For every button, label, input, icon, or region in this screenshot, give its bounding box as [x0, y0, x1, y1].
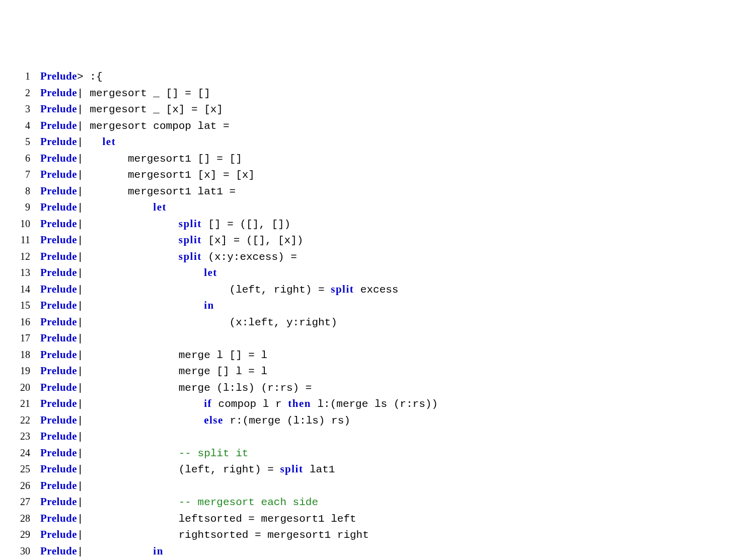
- line-number: 14: [10, 282, 30, 297]
- code-content: Prelude| if compop l r then l:(merge ls …: [40, 396, 438, 412]
- code-segment-plain: |: [77, 480, 84, 492]
- code-line: 30Prelude| in: [10, 543, 730, 560]
- code-segment-plain: | mergesort compop lat =: [77, 120, 229, 132]
- line-number: 1: [10, 68, 30, 84]
- code-segment-plain: lat1: [303, 464, 335, 475]
- line-number: 21: [10, 396, 30, 411]
- code-segment-prelude: Prelude: [40, 168, 77, 180]
- code-content: Prelude| leftsorted = mergesort1 left: [40, 511, 356, 527]
- code-segment-prelude: Prelude: [40, 135, 77, 148]
- code-segment-keyword: let: [204, 266, 217, 278]
- code-line: 5Prelude| let: [10, 134, 730, 151]
- line-number: 17: [10, 330, 30, 345]
- code-segment-prelude: Prelude: [40, 463, 77, 475]
- code-line: 28Prelude| leftsorted = mergesort1 left: [10, 511, 730, 527]
- line-number: 23: [10, 429, 30, 444]
- code-segment-plain: > :{: [77, 71, 102, 83]
- code-segment-keyword: let: [103, 135, 116, 148]
- code-segment-prelude: Prelude: [40, 316, 77, 328]
- code-segment-prelude: Prelude: [40, 447, 77, 459]
- code-segment-plain: |: [77, 415, 204, 427]
- code-line: 2Prelude| mergesort _ [] = []: [10, 85, 730, 102]
- line-number: 4: [10, 118, 30, 133]
- code-content: Prelude| in: [40, 298, 214, 314]
- code-line: 14Prelude| (left, right) = split excess: [10, 282, 730, 298]
- code-line: 12Prelude| split (x:y:excess) =: [10, 249, 730, 265]
- code-segment-plain: |: [77, 497, 179, 508]
- code-segment-prelude: Prelude: [40, 430, 77, 442]
- code-segment-plain: | mergesort _ [] = []: [77, 88, 210, 99]
- code-segment-keyword: split: [179, 250, 202, 262]
- code-segment-prelude: Prelude: [40, 348, 77, 361]
- code-segment-keyword: if: [204, 397, 212, 409]
- code-line: 3Prelude| mergesort _ [x] = [x]: [10, 101, 730, 118]
- code-segment-plain: [] = ([], []): [202, 219, 290, 230]
- code-line: 8Prelude| mergesort1 lat1 =: [10, 183, 730, 200]
- code-content: Prelude| rightsorted = mergesort1 right: [40, 527, 369, 543]
- code-content: Prelude| mergesort1 [] = []: [40, 151, 242, 167]
- code-segment-prelude: Prelude: [40, 512, 77, 524]
- line-number: 30: [10, 543, 30, 558]
- code-segment-prelude: Prelude: [40, 218, 77, 230]
- code-segment-prelude: Prelude: [40, 397, 77, 409]
- code-segment-prelude: Prelude: [40, 152, 77, 164]
- code-line: 22Prelude| else r:(merge (l:ls) rs): [10, 412, 730, 429]
- code-segment-plain: l:(merge ls (r:rs)): [311, 398, 438, 410]
- code-segment-prelude: Prelude: [40, 70, 77, 82]
- code-segment-plain: |: [77, 398, 204, 410]
- code-listing: 1Prelude> :{2Prelude| mergesort _ [] = […: [10, 68, 730, 559]
- code-content: Prelude| merge [] l = l: [40, 363, 267, 380]
- line-number: 12: [10, 249, 30, 264]
- code-segment-keyword: split: [179, 234, 202, 246]
- code-line: 17Prelude|: [10, 330, 730, 347]
- code-segment-plain: |: [77, 431, 84, 443]
- line-number: 16: [10, 314, 30, 329]
- code-segment-keyword: split: [280, 463, 303, 475]
- code-content: Prelude| let: [40, 199, 167, 216]
- line-number: 5: [10, 134, 30, 149]
- code-content: Prelude| mergesort compop lat =: [40, 118, 230, 134]
- code-segment-plain: |: [77, 202, 153, 214]
- code-segment-prelude: Prelude: [40, 185, 77, 197]
- code-line: 26Prelude|: [10, 478, 730, 495]
- line-number: 27: [10, 494, 30, 509]
- line-number: 11: [10, 232, 30, 247]
- code-content: Prelude| -- mergesort each side: [40, 494, 318, 511]
- code-segment-plain: | (left, right) =: [77, 284, 331, 296]
- code-content: Prelude| (left, right) = split excess: [40, 282, 398, 298]
- code-segment-plain: compop l r: [212, 398, 288, 410]
- code-line: 11Prelude| split [x] = ([], [x]): [10, 232, 730, 249]
- code-content: Prelude| split (x:y:excess) =: [40, 249, 297, 265]
- code-segment-plain: | rightsorted = mergesort1 right: [77, 529, 369, 541]
- code-content: Prelude| (x:left, y:right): [40, 314, 337, 331]
- code-segment-plain: [x] = ([], [x]): [202, 235, 304, 246]
- line-number: 6: [10, 151, 30, 166]
- code-segment-plain: r:(merge (l:ls) rs): [224, 415, 350, 427]
- code-segment-prelude: Prelude: [40, 87, 77, 99]
- code-segment-keyword: then: [288, 397, 311, 409]
- code-segment-prelude: Prelude: [40, 479, 77, 492]
- code-content: Prelude| mergesort _ [x] = [x]: [40, 101, 223, 118]
- code-segment-plain: | merge l [] = l: [77, 349, 267, 361]
- code-segment-plain: |: [77, 267, 204, 279]
- code-line: 4Prelude| mergesort compop lat =: [10, 118, 730, 134]
- code-segment-plain: | mergesort1 lat1 =: [77, 186, 236, 197]
- code-segment-prelude: Prelude: [40, 496, 77, 508]
- code-segment-plain: | mergesort1 [] = []: [77, 153, 242, 165]
- code-segment-plain: |: [77, 333, 84, 344]
- line-number: 10: [10, 216, 30, 231]
- code-segment-prelude: Prelude: [40, 119, 77, 131]
- code-segment-prelude: Prelude: [40, 414, 77, 426]
- code-segment-keyword: split: [331, 283, 354, 295]
- code-segment-prelude: Prelude: [40, 266, 77, 278]
- code-segment-plain: |: [77, 546, 153, 557]
- code-segment-prelude: Prelude: [40, 250, 77, 262]
- line-number: 9: [10, 199, 30, 215]
- code-content: Prelude| -- split it: [40, 445, 248, 462]
- code-content: Prelude| in: [40, 543, 164, 560]
- code-segment-plain: excess: [354, 284, 398, 296]
- code-segment-plain: | mergesort1 [x] = [x]: [77, 169, 255, 181]
- code-content: Prelude|: [40, 330, 84, 347]
- code-content: Prelude| merge (l:ls) (r:rs) =: [40, 380, 312, 396]
- code-line: 1Prelude> :{: [10, 68, 730, 85]
